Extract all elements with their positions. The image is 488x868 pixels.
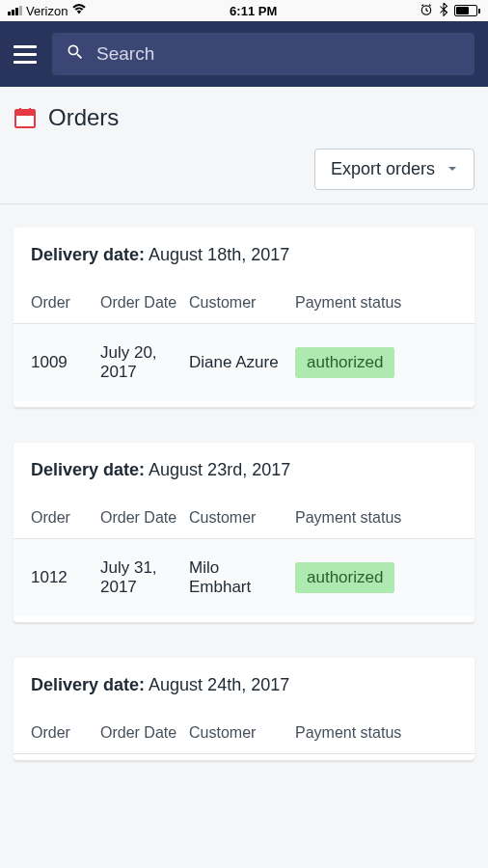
app-header xyxy=(0,21,488,87)
col-status-header: Payment status xyxy=(295,724,457,742)
battery-icon xyxy=(454,5,480,16)
delivery-date-header: Delivery date: August 18th, 2017 xyxy=(14,245,474,283)
col-order-header: Order xyxy=(31,509,100,527)
delivery-date-header: Delivery date: August 24th, 2017 xyxy=(14,675,474,713)
menu-button[interactable] xyxy=(14,45,37,64)
export-label: Export orders xyxy=(331,159,435,179)
orders-table: Order Order Date Customer Payment status… xyxy=(14,283,474,401)
signal-icon xyxy=(8,6,22,15)
customer-name: Milo Embhart xyxy=(189,558,295,597)
customer-name: Diane Azure xyxy=(189,353,295,372)
status-badge: authorized xyxy=(295,562,394,593)
col-order-header: Order xyxy=(31,724,100,742)
export-orders-button[interactable]: Export orders xyxy=(314,149,474,190)
svg-rect-3 xyxy=(19,108,21,112)
table-header: Order Order Date Customer Payment status xyxy=(14,283,474,324)
table-row[interactable]: 1012 July 31, 2017 Milo Embhart authoriz… xyxy=(14,539,474,616)
col-order-header: Order xyxy=(31,294,100,312)
status-bar: Verizon 6:11 PM xyxy=(0,0,488,21)
col-date-header: Order Date xyxy=(100,509,189,527)
search-field[interactable] xyxy=(52,33,474,75)
order-date: July 31, 2017 xyxy=(100,558,189,597)
col-customer-header: Customer xyxy=(189,724,295,742)
col-date-header: Order Date xyxy=(100,724,189,742)
search-input[interactable] xyxy=(96,43,461,65)
order-group-card: Delivery date: August 18th, 2017 Order O… xyxy=(14,228,474,408)
page-title-row: Orders xyxy=(0,87,488,141)
status-badge: authorized xyxy=(295,347,394,378)
order-group-card: Delivery date: August 23rd, 2017 Order O… xyxy=(14,443,474,623)
page-title: Orders xyxy=(48,104,119,131)
carrier-label: Verizon xyxy=(26,4,68,18)
table-header: Order Order Date Customer Payment status xyxy=(14,498,474,539)
table-row[interactable]: 1009 July 20, 2017 Diane Azure authorize… xyxy=(14,324,474,401)
order-date: July 20, 2017 xyxy=(100,343,189,382)
chevron-down-icon xyxy=(447,159,458,179)
table-header: Order Order Date Customer Payment status xyxy=(14,713,474,754)
search-icon xyxy=(66,42,85,66)
col-status-header: Payment status xyxy=(295,294,457,312)
col-customer-header: Customer xyxy=(189,509,295,527)
calendar-icon xyxy=(14,106,37,129)
divider xyxy=(0,203,488,204)
status-time: 6:11 PM xyxy=(230,4,277,18)
col-date-header: Order Date xyxy=(100,294,189,312)
col-customer-header: Customer xyxy=(189,294,295,312)
order-id: 1012 xyxy=(31,568,100,587)
status-left: Verizon xyxy=(8,4,87,18)
orders-table: Order Order Date Customer Payment status xyxy=(14,713,474,754)
export-row: Export orders xyxy=(0,141,488,203)
order-group-card: Delivery date: August 24th, 2017 Order O… xyxy=(14,658,474,761)
bluetooth-icon xyxy=(439,3,448,19)
svg-rect-4 xyxy=(29,108,31,112)
alarm-icon xyxy=(420,3,433,19)
status-right xyxy=(420,3,480,19)
col-status-header: Payment status xyxy=(295,509,457,527)
order-id: 1009 xyxy=(31,353,100,372)
payment-status: authorized xyxy=(295,347,457,378)
delivery-date-header: Delivery date: August 23rd, 2017 xyxy=(14,460,474,498)
wifi-icon xyxy=(71,4,87,18)
payment-status: authorized xyxy=(295,562,457,593)
svg-rect-2 xyxy=(15,110,35,116)
orders-table: Order Order Date Customer Payment status… xyxy=(14,498,474,616)
